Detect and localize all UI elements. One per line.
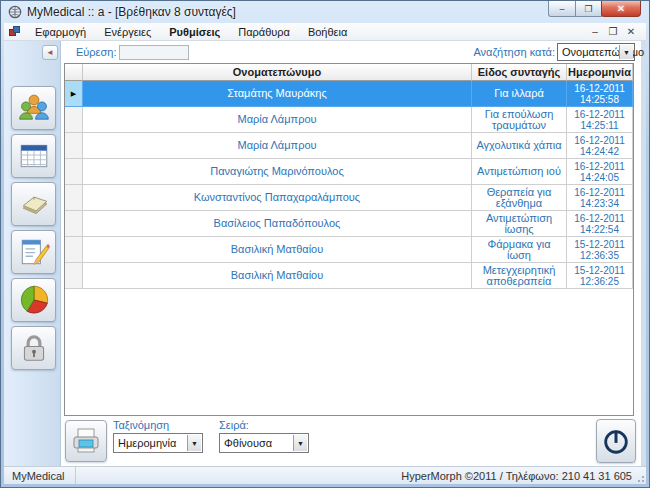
sidebar-button-records[interactable] — [11, 182, 56, 226]
table-row[interactable]: Βασιλική ΜατθαίουΜετεγχειρητική αποθεραπ… — [65, 263, 633, 289]
cell-date: 16-12-201114:25:11 — [567, 107, 633, 133]
book-icon — [17, 187, 51, 221]
time-value: 14:24:42 — [580, 146, 619, 157]
row-selector[interactable] — [65, 107, 83, 133]
sidebar-button-statistics[interactable] — [11, 278, 56, 322]
header-selector — [65, 64, 83, 81]
title-bar[interactable]: MyMedical :: a - [Βρέθηκαν 8 συνταγές] –… — [1, 1, 649, 23]
date-value: 16-12-2011 — [574, 135, 624, 146]
row-selector[interactable]: ▶ — [65, 81, 83, 107]
cell-name: Βασιλική Ματθαίου — [83, 263, 472, 289]
table-row[interactable]: Βασίλειος ΠαπαδόπουλοςΑντιμετώπιση ίωσης… — [65, 211, 633, 237]
header-date[interactable]: Ημερομηνία — [567, 64, 633, 81]
cell-name: Βασιλική Ματθαίου — [83, 237, 472, 263]
order-combo[interactable]: Φθίνουσα ▼ — [219, 433, 309, 453]
sidebar-button-patients[interactable] — [11, 86, 56, 130]
row-selector[interactable] — [65, 211, 83, 237]
chevron-down-icon[interactable]: ▼ — [619, 45, 633, 59]
app-menu-icon — [9, 26, 20, 37]
resize-grip-icon[interactable] — [634, 472, 644, 482]
time-value: 14:25:11 — [580, 120, 618, 131]
lock-icon — [17, 331, 51, 365]
time-value: 14:25:58 — [580, 94, 619, 105]
table-icon — [17, 139, 51, 173]
table-row[interactable]: Μαρία ΛάμπρουΓια επούλωση τραυμάτων16-12… — [65, 107, 633, 133]
search-row: Εύρεση: Αναζήτηση κατά: Ονοματεπώνυμο ▼ — [61, 41, 641, 63]
restore-button[interactable]: ❐ — [575, 1, 602, 17]
time-value: 14:23:34 — [580, 198, 619, 209]
cell-date: 16-12-201114:23:34 — [567, 185, 633, 211]
cell-name: Κωνσταντίνος Παπαχαραλάμπους — [83, 185, 472, 211]
date-value: 16-12-2011 — [574, 83, 624, 94]
table-row[interactable]: Παναγιώτης ΜαρινόπουλοςΑντιμετώπιση ιού1… — [65, 159, 633, 185]
table-row[interactable]: Κωνσταντίνος ΠαπαχαραλάμπουςΘεραπεία για… — [65, 185, 633, 211]
cell-type: Θεραπεία για εξάνθημα — [472, 185, 567, 211]
exit-button[interactable] — [596, 419, 636, 463]
mdi-restore-button[interactable]: ❐ — [604, 26, 622, 37]
search-label: Εύρεση: — [76, 46, 116, 58]
status-bar: MyMedical HyperMorph ©2011 / Τηλέφωνο: 2… — [4, 466, 646, 484]
date-value: 16-12-2011 — [574, 109, 624, 120]
chevron-down-icon[interactable]: ▼ — [187, 435, 201, 451]
notes-pencil-icon — [17, 235, 51, 269]
cell-type: Αντιμετώπιση ίωσης — [472, 211, 567, 237]
menu-bar: Εφαρμογή Ενέργειες Ρυθμίσεις Παράθυρα Βο… — [4, 23, 646, 41]
sort-combo[interactable]: Ημερομηνία ▼ — [113, 433, 203, 453]
search-input[interactable] — [119, 45, 189, 60]
order-value: Φθίνουσα — [224, 437, 272, 449]
cell-type: Αγχολυτικά χάπια — [472, 133, 567, 159]
mdi-close-button[interactable]: ✕ — [622, 26, 640, 37]
cell-type: Μετεγχειρητική αποθεραπεία — [472, 263, 567, 289]
time-value: 12:36:35 — [580, 250, 619, 261]
menu-settings[interactable]: Ρυθμίσεις — [160, 24, 229, 40]
search-by-label: Αναζήτηση κατά: — [473, 46, 555, 58]
cell-date: 16-12-201114:25:58 — [567, 81, 633, 107]
header-name[interactable]: Ονοματεπώνυμο — [83, 64, 472, 81]
sidebar-collapse-button[interactable]: ◄ — [42, 45, 58, 60]
time-value: 14:24:05 — [580, 172, 619, 183]
status-company-label: HyperMorph ©2011 / Τηλέφωνο: 210 41 31 6… — [401, 470, 646, 482]
table-row[interactable]: Βασιλική ΜατθαίουΦάρμακα για ίωση15-12-2… — [65, 237, 633, 263]
row-selector[interactable] — [65, 237, 83, 263]
row-selector[interactable] — [65, 185, 83, 211]
row-selector[interactable] — [65, 263, 83, 289]
client-area: Εφαρμογή Ενέργειες Ρυθμίσεις Παράθυρα Βο… — [4, 23, 646, 484]
sidebar-button-security[interactable] — [11, 326, 56, 370]
mdi-minimize-button[interactable]: – — [586, 26, 604, 37]
cell-type: Αντιμετώπιση ιού — [472, 159, 567, 185]
footer-bar: Ταξινόμηση Ημερομηνία ▼ Σειρά: Φθίνουσα … — [61, 416, 641, 466]
sort-label: Ταξινόμηση — [113, 419, 169, 431]
sidebar-button-prescriptions[interactable] — [11, 230, 56, 274]
menu-application[interactable]: Εφαρμογή — [26, 24, 95, 40]
cell-date: 16-12-201114:24:05 — [567, 159, 633, 185]
close-button[interactable]: ✕ — [601, 1, 641, 17]
menu-help[interactable]: Βοήθεια — [299, 24, 356, 40]
cell-type: Φάρμακα για ίωση — [472, 237, 567, 263]
cell-name: Βασίλειος Παπαδόπουλος — [83, 211, 472, 237]
chevron-down-icon[interactable]: ▼ — [293, 435, 307, 451]
row-selector[interactable] — [65, 159, 83, 185]
table-row[interactable]: Μαρία ΛάμπρουΑγχολυτικά χάπια16-12-20111… — [65, 133, 633, 159]
print-button[interactable] — [65, 420, 107, 462]
row-selector[interactable] — [65, 133, 83, 159]
header-type[interactable]: Είδος συνταγής — [472, 64, 567, 81]
time-value: 14:22:54 — [580, 224, 619, 235]
cell-date: 16-12-201114:24:42 — [567, 133, 633, 159]
cell-name: Μαρία Λάμπρου — [83, 133, 472, 159]
search-by-combo[interactable]: Ονοματεπώνυμο ▼ — [557, 43, 635, 61]
table-row[interactable]: ▶Σταμάτης ΜαυράκηςΓια ιλλαρά16-12-201114… — [65, 81, 633, 107]
date-value: 16-12-2011 — [574, 187, 624, 198]
app-window: MyMedical :: a - [Βρέθηκαν 8 συνταγές] –… — [0, 0, 650, 488]
cell-date: 16-12-201114:22:54 — [567, 211, 633, 237]
printer-icon — [70, 425, 102, 457]
cell-type: Για επούλωση τραυμάτων — [472, 107, 567, 133]
menu-windows[interactable]: Παράθυρα — [229, 24, 299, 40]
window-controls: – ❐ ✕ — [549, 1, 641, 17]
menu-actions[interactable]: Ενέργειες — [95, 24, 160, 40]
minimize-button[interactable]: – — [548, 1, 576, 17]
sidebar-button-schedule[interactable] — [11, 134, 56, 178]
cell-date: 15-12-201112:36:25 — [567, 263, 633, 289]
app-globe-icon — [8, 5, 22, 19]
pie-chart-icon — [17, 283, 51, 317]
sidebar: ◄ — [4, 41, 61, 466]
